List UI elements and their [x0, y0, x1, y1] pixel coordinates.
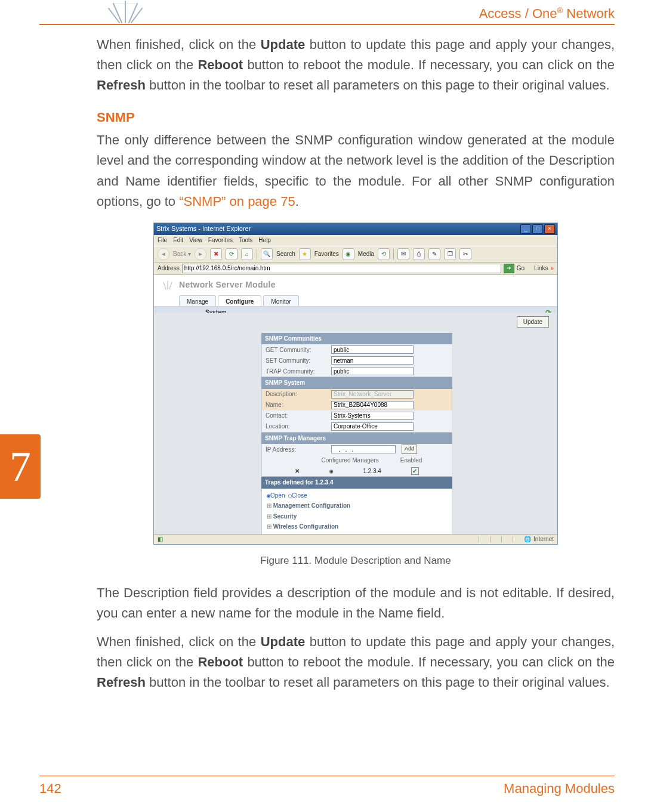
home-icon[interactable]: ⌂ [241, 248, 253, 260]
links-label[interactable]: Links [534, 264, 548, 273]
search-icon[interactable]: 🔍 [261, 248, 273, 260]
mail-icon[interactable]: ✉ [397, 248, 409, 260]
links-chevron-icon[interactable]: » [550, 264, 554, 273]
extra-tool-icon[interactable]: ✂ [459, 248, 471, 260]
maximize-icon[interactable]: □ [532, 224, 543, 234]
address-bar: Address ➜ Go Links » [154, 263, 557, 275]
edit-icon[interactable]: ✎ [428, 248, 440, 260]
snmp-panel: SNMP Communities GET Community: SET Comm… [261, 333, 452, 535]
registered-mark: ® [557, 6, 563, 15]
svg-line-3 [109, 8, 119, 23]
label-name: Name: [266, 400, 328, 410]
browser-toolbar: ◄Back ▾ ► ✖ ⟳ ⌂ 🔍 Search ★ Favorites ◉ M… [154, 246, 557, 263]
paragraph-snmp-intro: The only difference between the SNMP con… [97, 130, 615, 211]
col-enabled: Enabled [400, 456, 422, 465]
label-ip-address: IP Address: [266, 445, 328, 455]
paragraph-update-instructions-bottom: When finished, click on the Update butto… [97, 632, 615, 693]
stop-icon[interactable]: ✖ [210, 248, 222, 260]
input-trap-community[interactable] [331, 367, 414, 375]
section-heading-snmp: SNMP [97, 107, 615, 128]
menu-edit[interactable]: Edit [173, 236, 183, 245]
tab-manage[interactable]: Manage [179, 295, 216, 306]
input-get-community[interactable] [331, 345, 414, 354]
url-input[interactable] [182, 264, 501, 273]
label-location: Location: [266, 422, 328, 431]
traps-node-security[interactable]: Security [267, 512, 447, 521]
traps-open-close[interactable]: ◉Open ○Close [267, 491, 447, 501]
page-content: When finished, click on the Update butto… [97, 35, 615, 702]
config-canvas: Update SNMP Communities GET Community: S… [154, 313, 557, 535]
go-label[interactable]: Go [517, 264, 525, 273]
menu-view[interactable]: View [189, 236, 202, 245]
section-snmp-trap-managers: SNMP Trap Managers [261, 433, 452, 444]
svg-line-8 [169, 282, 172, 289]
tab-configure[interactable]: Configure [218, 295, 261, 306]
toolbar-media-label[interactable]: Media [358, 249, 374, 259]
status-bar: ◧ 🌐 Internet [154, 534, 557, 544]
col-configured-managers: Configured Managers [322, 456, 379, 465]
label-set-community: SET Community: [266, 356, 328, 366]
toolbar-favorites-label[interactable]: Favorites [314, 249, 339, 259]
header-title-suffix: Network [563, 6, 615, 21]
figure-caption: Figure 111. Module Description and Name [97, 553, 615, 569]
link-snmp-page-75[interactable]: “SNMP” on page 75 [179, 194, 295, 209]
refresh-keyword-2: Refresh [97, 675, 146, 690]
footer-section-title: Managing Modules [504, 781, 615, 796]
print-icon[interactable]: ⎙ [413, 248, 425, 260]
traps-body: ◉Open ○Close Management Configuration Se… [261, 489, 452, 535]
header-title-prefix: Access / One [479, 6, 557, 21]
reboot-keyword: Reboot [198, 57, 243, 72]
menu-favorites[interactable]: Favorites [208, 236, 233, 245]
menu-help[interactable]: Help [258, 236, 271, 245]
paragraph-update-instructions-top: When finished, click on the Update butto… [97, 35, 615, 95]
nav-tabs: Manage Configure Monitor [154, 295, 557, 307]
paragraph-description-field: The Description field provides a descrip… [97, 583, 615, 623]
label-contact: Contact: [266, 411, 328, 421]
select-manager-radio[interactable]: ◉ [329, 467, 333, 476]
input-name[interactable] [331, 401, 414, 409]
input-contact[interactable] [331, 412, 414, 420]
close-icon[interactable]: × [544, 224, 555, 234]
status-page-icon: ◧ [158, 535, 163, 544]
enabled-checkbox[interactable]: ✔ [411, 467, 419, 475]
input-ip-address[interactable] [331, 445, 396, 453]
discuss-icon[interactable]: ❐ [444, 248, 456, 260]
menu-file[interactable]: File [158, 236, 167, 245]
window-titlebar[interactable]: Strix Systems - Internet Explorer _ □ × [154, 223, 557, 235]
svg-line-7 [164, 282, 166, 289]
section-snmp-system: SNMP System [261, 377, 452, 389]
delete-manager-icon[interactable]: ✕ [295, 467, 300, 476]
status-zone-label: Internet [533, 535, 554, 544]
chapter-number-tab: 7 [0, 434, 41, 499]
update-keyword-2: Update [261, 634, 306, 649]
minimize-icon[interactable]: _ [520, 224, 531, 234]
update-button[interactable]: Update [517, 316, 549, 328]
add-button[interactable]: Add [402, 444, 417, 454]
footer-rule [39, 776, 615, 776]
refresh-browser-icon[interactable]: ⟳ [226, 248, 237, 260]
input-set-community[interactable] [331, 356, 414, 365]
tab-monitor[interactable]: Monitor [263, 295, 298, 306]
favorites-icon[interactable]: ★ [299, 248, 311, 260]
toolbar-search-label[interactable]: Search [276, 249, 295, 259]
label-description: Description: [266, 390, 328, 399]
label-get-community: GET Community: [266, 345, 328, 355]
internet-zone-icon: 🌐 [524, 535, 531, 544]
back-icon[interactable]: ◄ [158, 248, 169, 260]
label-trap-community: TRAP Community: [266, 367, 328, 376]
media-icon[interactable]: ◉ [343, 248, 354, 260]
header-title: Access / One® Network [479, 6, 615, 21]
refresh-keyword: Refresh [97, 78, 146, 92]
forward-icon[interactable]: ► [195, 248, 206, 260]
reboot-keyword-2: Reboot [198, 654, 243, 669]
go-button-icon[interactable]: ➜ [504, 264, 514, 273]
history-icon[interactable]: ⟲ [378, 248, 390, 260]
manager-ip: 1.2.3.4 [363, 467, 381, 476]
traps-node-wireless[interactable]: Wireless Configuration [267, 522, 447, 532]
traps-node-mgmt[interactable]: Management Configuration [267, 501, 447, 511]
screenshot-ie-snmp-window: Strix Systems - Internet Explorer _ □ × … [153, 223, 558, 545]
menu-tools[interactable]: Tools [239, 236, 252, 245]
header-logo [106, 0, 144, 24]
input-location[interactable] [331, 422, 414, 431]
page-banner: Network Server Module [154, 275, 557, 295]
